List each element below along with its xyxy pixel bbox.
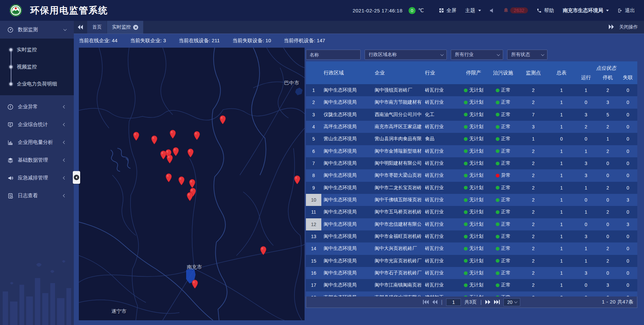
pagination-next-button[interactable]: [485, 300, 490, 304]
pagination-first-button[interactable]: [423, 300, 429, 304]
last-page-icon: [494, 300, 500, 304]
sidebar-subitem-2[interactable]: 视频监控: [0, 58, 74, 75]
table-row[interactable]: 12阆中生态环境局阆中市忠信建材有限公砖瓦行业无计划正常21003: [306, 218, 637, 230]
stat-item-5: 当前停机设备: 147: [284, 38, 325, 44]
map[interactable]: 巴中市南充市遂宁市: [79, 48, 305, 320]
map-pin-icon[interactable]: [260, 246, 267, 255]
map-pin-icon[interactable]: [166, 154, 173, 164]
page-size-select[interactable]: 20: [503, 298, 520, 306]
sidebar-item-4[interactable]: 企业用电量分析: [0, 133, 74, 151]
table-row[interactable]: 18南部生态环境局南部县砚华水泥有限公建材加工无计划正常60060: [306, 291, 637, 296]
close-operations-button[interactable]: 关闭操作: [619, 24, 638, 30]
tab-1[interactable]: 首页: [87, 21, 107, 34]
org-dropdown[interactable]: 南充市生态环境局: [563, 7, 609, 14]
map-pin-icon[interactable]: [169, 129, 176, 139]
sidebar-item-2[interactable]: 企业异常: [0, 98, 74, 116]
tabs-scroll-right-button[interactable]: [608, 24, 614, 30]
table-row[interactable]: 6阆中生态环境局阆中市金博瑞新型墙材砖瓦行业无计划正常21120: [306, 145, 637, 157]
speaker-muted-icon: [490, 8, 495, 13]
help-button[interactable]: 帮助: [537, 7, 554, 14]
sidebar-item-7[interactable]: 日志查看: [0, 187, 74, 205]
chevron-left-icon: [63, 141, 66, 144]
cell-industry: 砖瓦行业: [423, 148, 460, 154]
tab-close-icon[interactable]: [133, 25, 138, 30]
cell-limit-text: 无计划: [469, 258, 483, 264]
map-pin-icon[interactable]: [132, 131, 140, 141]
cell-industry: 砖瓦行业: [423, 99, 460, 105]
table-row[interactable]: 11阆中生态环境局阆中市五马桥页岩机砖砖瓦行业无计划正常21120: [306, 206, 637, 218]
tab-bar: 首页实时监控 关闭操作: [74, 21, 644, 34]
gauge-icon: [7, 27, 13, 33]
map-pin-icon[interactable]: [191, 279, 199, 289]
cell-region: 营山生态环境局: [321, 136, 372, 142]
sidebar-item-5[interactable]: 基础数据管理: [0, 151, 74, 169]
status-filter-select[interactable]: 所有状态: [507, 50, 547, 60]
pagination-last-button[interactable]: [494, 300, 500, 304]
table-row[interactable]: 2阆中生态环境局阆中市南方节能建材有砖瓦行业无计划正常21030: [306, 96, 637, 108]
map-pin-icon[interactable]: [151, 135, 158, 145]
row-index: 15: [306, 255, 321, 267]
tab-2[interactable]: 实时监控: [107, 21, 143, 34]
table-row[interactable]: 17阆中生态环境局阆中市江南镇阆南页岩砖瓦行业无计划正常21030: [306, 279, 637, 291]
table-row[interactable]: 14阆中生态环境局阆中大兴页岩机砖厂砖瓦行业无计划正常21120: [306, 242, 637, 255]
stat-value: 147: [317, 38, 325, 43]
cell-run: 0: [575, 100, 597, 105]
table-row[interactable]: 13阆中生态环境局阆中市金福旺页岩机砖砖瓦行业无计划正常21300: [306, 230, 637, 242]
map-pin-icon[interactable]: [187, 148, 194, 158]
sidebar-item-3[interactable]: 企业综合统计: [0, 116, 74, 133]
cell-stop: 2: [597, 185, 619, 191]
map-pin-icon[interactable]: [219, 115, 226, 124]
table-row[interactable]: 4高坪生态环境局南充市高坪区王家店建砖瓦行业无计划正常31220: [306, 121, 637, 133]
table-row[interactable]: 1阆中生态环境局阆中强锐页岩砖厂砖瓦行业无计划正常21120: [306, 84, 637, 96]
cell-lost: 0: [619, 246, 637, 251]
fullscreen-button[interactable]: 全屏: [439, 7, 457, 14]
map-pin-icon[interactable]: [293, 175, 301, 184]
sidebar-subitem-1[interactable]: 实时监控: [0, 41, 74, 58]
cell-stop: 0: [597, 234, 619, 239]
cell-facility-text: 正常: [501, 124, 511, 130]
map-city-label: 巴中市: [284, 80, 299, 86]
cell-run: 1: [575, 209, 597, 215]
cell-lost: 0: [619, 124, 637, 129]
row-index: 6: [306, 145, 321, 157]
map-pin-icon[interactable]: [165, 173, 172, 182]
table-row[interactable]: 9阆中生态环境局阆中市二龙长宝页岩砖砖瓦行业无计划正常21120: [306, 182, 637, 194]
pagination-page-input[interactable]: [446, 299, 461, 306]
table-row[interactable]: 16阆中生态环境局阆中市石子页岩机砖厂砖瓦行业无计划正常21300: [306, 267, 637, 279]
range-label: 1 - 20: [602, 299, 615, 305]
cell-facility: 异常: [488, 172, 519, 178]
table-row[interactable]: 8阆中生态环境局阆中市枣碧大梁山页岩砖瓦行业无计划异常21300: [306, 169, 637, 181]
mute-button[interactable]: [490, 8, 495, 13]
cell-run: 3: [575, 161, 597, 166]
logout-button[interactable]: 退出: [618, 7, 635, 14]
table-row[interactable]: 15阆中生态环境局阆中市光富页岩机砖厂砖瓦行业无计划正常21120: [306, 255, 637, 267]
table-row[interactable]: 7阆中生态环境局阆中明阳建材有限公司砖瓦行业无计划正常21300: [306, 157, 637, 169]
pagination-prev-button[interactable]: [432, 300, 437, 304]
cell-lost: 0: [619, 112, 637, 117]
region-filter-select[interactable]: 行政区域名称: [365, 50, 447, 60]
cell-region: 阆中生态环境局: [321, 233, 372, 239]
notifications-button[interactable]: 2632: [503, 7, 528, 13]
enterprise-panel: 行政区域名称 所有行业 所有状态 行政区域企业行业停限产治污设施监测点总表点位状…: [306, 48, 637, 320]
sidebar-item-6[interactable]: 应急减排管理: [0, 169, 74, 187]
sidebar-collapse-handle[interactable]: [73, 171, 80, 184]
theme-dropdown[interactable]: 主题: [465, 7, 481, 14]
cell-stop: 0: [597, 161, 619, 166]
sidebar-item-1[interactable]: 数据监测: [0, 21, 74, 39]
cell-meter: 1: [548, 209, 575, 215]
chevron-left-icon: [63, 194, 66, 198]
map-pin-icon[interactable]: [178, 176, 185, 185]
sidebar-subitem-3[interactable]: 企业电力负荷明细: [0, 75, 74, 93]
name-filter-input[interactable]: [306, 50, 361, 60]
cell-run: 0: [575, 222, 597, 227]
cell-stop: 0: [597, 197, 619, 203]
table-row[interactable]: 10阆中生态环境局阆中千佛镇五郎垭页岩砖瓦行业无计划正常21003: [306, 194, 637, 206]
map-pin-icon[interactable]: [193, 131, 201, 140]
map-pin-icon[interactable]: [186, 192, 194, 201]
tabs-scroll-left-button[interactable]: [74, 21, 87, 34]
map-pin-icon[interactable]: [189, 179, 196, 188]
industry-filter-select[interactable]: 所有行业: [451, 50, 503, 60]
table-row[interactable]: 3仪陇生态环境局西南油气田分公司川中化工无计划正常71350: [306, 109, 637, 121]
sidebar-item-label: 企业综合统计: [18, 121, 63, 128]
table-row[interactable]: 5营山生态环境局营山县润丰肉食品有限食品无计划正常10010: [306, 133, 637, 145]
